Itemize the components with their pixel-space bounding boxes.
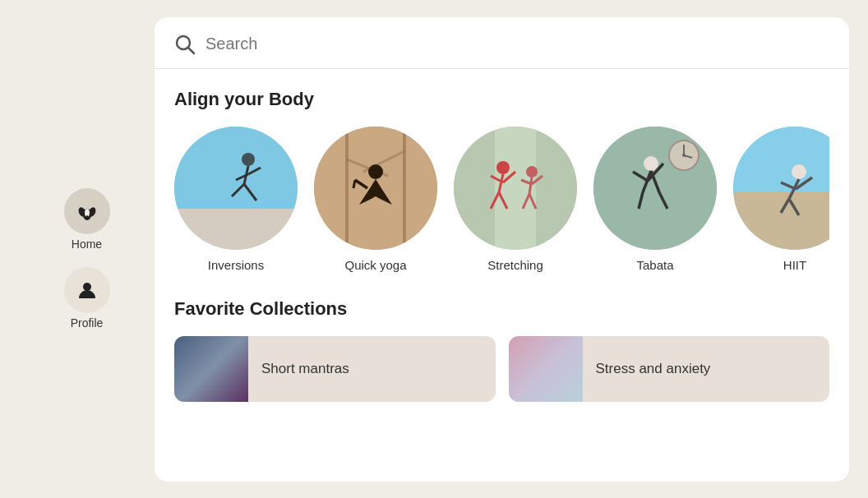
hiit-label: HIIT <box>783 258 806 272</box>
svg-rect-38 <box>593 127 717 250</box>
category-circle-hiit <box>733 127 829 250</box>
profile-label: Profile <box>71 316 104 330</box>
category-circle-inversions <box>174 127 298 250</box>
collection-card-mantras[interactable]: Short mantras <box>174 336 496 402</box>
home-label: Home <box>72 237 102 251</box>
inversions-figure <box>174 127 298 250</box>
svg-line-23 <box>353 180 355 188</box>
svg-rect-47 <box>733 192 829 250</box>
category-circle-tabata <box>593 127 717 250</box>
sidebar-item-profile[interactable]: Profile <box>19 261 155 336</box>
align-section: Align your Body <box>174 89 829 272</box>
category-item-inversions[interactable]: Inversions <box>174 127 298 272</box>
svg-point-48 <box>792 164 806 179</box>
svg-rect-8 <box>174 127 298 209</box>
align-section-title: Align your Body <box>174 89 829 110</box>
inversions-label: Inversions <box>208 258 264 272</box>
sidebar: Home Profile <box>19 17 155 482</box>
category-item-hiit[interactable]: HIIT <box>733 127 829 272</box>
search-bar <box>155 17 849 69</box>
stretching-figure <box>454 127 577 250</box>
svg-point-26 <box>496 161 510 174</box>
category-circle-quickyoga <box>314 127 437 250</box>
quickyoga-figure <box>314 127 437 250</box>
sidebar-item-home[interactable]: Home <box>19 182 155 257</box>
category-row: Inversions <box>174 127 829 272</box>
collections-row: Short mantras Stress and anxiety <box>174 336 829 402</box>
svg-rect-9 <box>174 209 298 250</box>
search-icon <box>174 34 196 55</box>
category-item-quickyoga[interactable]: Quick yoga <box>314 127 437 272</box>
app-container: Home Profile <box>19 17 849 482</box>
svg-point-43 <box>644 156 658 171</box>
svg-point-5 <box>83 283 91 291</box>
category-item-tabata[interactable]: Tabata <box>593 127 717 272</box>
collections-section-title: Favorite Collections <box>174 298 829 320</box>
svg-point-21 <box>368 164 383 179</box>
tabata-figure <box>593 127 717 250</box>
main-content: Align your Body <box>155 17 849 482</box>
mantras-thumb <box>174 336 248 402</box>
tabata-label: Tabata <box>636 258 673 272</box>
svg-rect-4 <box>86 215 88 219</box>
search-input[interactable] <box>205 35 829 53</box>
svg-line-7 <box>188 48 194 53</box>
home-icon <box>76 200 99 223</box>
hiit-figure <box>733 127 829 250</box>
category-item-stretching[interactable]: Stretching <box>454 127 577 272</box>
mantras-label: Short mantras <box>248 361 496 377</box>
content-area: Align your Body <box>155 69 849 482</box>
collections-section: Favorite Collections Short mantras Stres… <box>174 298 829 402</box>
category-circle-stretching <box>454 127 577 250</box>
anxiety-thumb <box>509 336 583 402</box>
home-icon-circle <box>64 188 110 234</box>
svg-point-10 <box>242 153 255 166</box>
collection-card-anxiety[interactable]: Stress and anxiety <box>509 336 830 402</box>
profile-icon <box>76 279 99 302</box>
svg-point-32 <box>526 166 538 178</box>
profile-icon-circle <box>64 267 110 313</box>
quickyoga-label: Quick yoga <box>344 258 406 272</box>
stretching-label: Stretching <box>487 258 543 272</box>
anxiety-label: Stress and anxiety <box>583 361 830 377</box>
